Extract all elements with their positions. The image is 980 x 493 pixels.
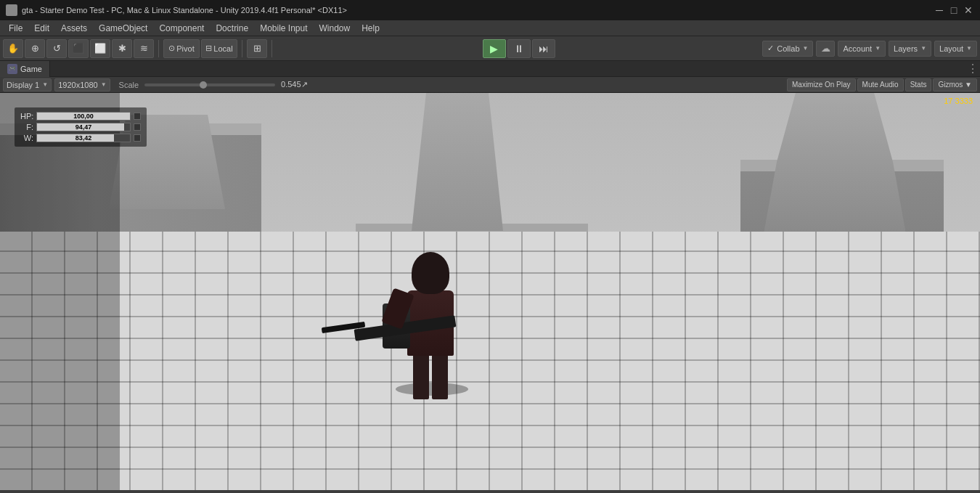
pause-button[interactable]: ⏸ — [507, 39, 531, 58]
separator-3 — [271, 40, 272, 57]
resolution-select[interactable]: 1920x1080 ▼ — [54, 78, 110, 91]
scale-thumb — [200, 81, 207, 89]
display-select[interactable]: Display 1 ▼ — [3, 78, 52, 91]
toolbar-right: ✓ Collab ▼ ☁ Account ▼ Layers ▼ Layout ▼ — [762, 41, 977, 57]
pivot-button[interactable]: ⊙ Pivot — [163, 39, 200, 58]
transform-tool-button[interactable]: ✱ — [112, 39, 132, 58]
menu-file[interactable]: File — [3, 20, 28, 36]
menu-gameobject[interactable]: GameObject — [93, 20, 153, 36]
title-bar-controls[interactable]: ─ □ ✕ — [934, 4, 974, 16]
account-dropdown[interactable]: Account ▼ — [838, 41, 886, 57]
layout-label: Layout — [939, 44, 963, 53]
floor-grid — [0, 232, 980, 490]
account-label: Account — [843, 44, 872, 53]
hud-hp-label: HP: — [20, 112, 33, 121]
hud-water-row: W: 83,42 — [20, 134, 141, 142]
scale-tool-button[interactable]: ⬛ — [68, 39, 89, 58]
game-toolbar: Display 1 ▼ 1920x1080 ▼ Scale 0.545↗ Max… — [0, 77, 980, 93]
move-tool-button[interactable]: ⊕ — [25, 39, 45, 58]
menu-edit[interactable]: Edit — [28, 20, 55, 36]
step-button[interactable]: ⏭ — [532, 39, 555, 58]
local-text: Local — [213, 44, 232, 53]
hud-hp-indicator — [134, 113, 141, 120]
custom-tool-button[interactable]: ≋ — [134, 39, 154, 58]
mute-audio-button[interactable]: Mute Audio — [857, 78, 904, 91]
menu-assets[interactable]: Assets — [55, 20, 93, 36]
playmode-controls: ▶ ⏸ ⏭ — [277, 39, 761, 58]
fps-value: 17 3333 — [944, 97, 973, 105]
game-buttons-right: Maximize On Play Mute Audio Stats Gizmos… — [787, 78, 977, 91]
menu-help[interactable]: Help — [356, 20, 385, 36]
hud-fuel-indicator — [134, 123, 141, 131]
menu-component[interactable]: Component — [153, 20, 210, 36]
left-shadow — [0, 93, 120, 490]
rotate-tool-button[interactable]: ↺ — [46, 39, 67, 58]
hud-water-bar: 83,42 — [36, 134, 131, 142]
display-arrow-icon: ▼ — [42, 81, 48, 88]
hud-water-indicator — [134, 134, 141, 142]
scale-slider[interactable] — [144, 83, 275, 86]
menu-mobile-input[interactable]: Mobile Input — [254, 20, 313, 36]
tab-options-button[interactable]: ⋮ — [965, 62, 980, 76]
stats-button[interactable]: Stats — [905, 78, 932, 91]
title-bar-text: gta - Starter Demo Test - PC, Mac & Linu… — [22, 6, 347, 15]
close-button[interactable]: ✕ — [963, 4, 974, 16]
rect-tool-button[interactable]: ⬜ — [90, 39, 110, 58]
hud-hp-value: 100,00 — [37, 113, 130, 120]
hud-water-value: 83,42 — [37, 134, 130, 142]
layers-label: Layers — [894, 44, 918, 53]
separator-1 — [158, 40, 159, 57]
hud-overlay: HP: 100,00 F: 94,47 W: 83,42 — [15, 107, 147, 147]
game-tab[interactable]: 🎮 Game — [0, 61, 50, 77]
menu-bar: File Edit Assets GameObject Component Do… — [0, 20, 980, 36]
pivot-label: ⊙ — [168, 44, 175, 53]
resolution-label: 1920x1080 — [58, 81, 97, 89]
cloud-button[interactable]: ☁ — [816, 41, 835, 57]
menu-doctrine[interactable]: Doctrine — [210, 20, 254, 36]
toolbar: ✋ ⊕ ↺ ⬛ ⬜ ✱ ≋ ⊙ Pivot ⊟ Local ⊞ ▶ ⏸ ⏭ ✓ … — [0, 36, 980, 61]
collab-label: Collab — [777, 44, 799, 53]
title-bar: gta - Starter Demo Test - PC, Mac & Linu… — [0, 0, 980, 20]
player-head — [412, 252, 449, 294]
hud-hp-row: HP: 100,00 — [20, 112, 141, 121]
layout-arrow-icon: ▼ — [966, 45, 972, 52]
game-tab-icon: 🎮 — [7, 64, 17, 74]
game-viewport: HP: 100,00 F: 94,47 W: 83,42 — [0, 93, 980, 490]
collab-check-icon: ✓ — [767, 44, 774, 53]
hud-fuel-label: F: — [20, 123, 33, 131]
hand-tool-button[interactable]: ✋ — [3, 39, 23, 58]
maximize-button[interactable]: □ — [948, 4, 960, 16]
scale-label: Scale — [119, 81, 139, 89]
display-label: Display 1 — [7, 81, 39, 89]
local-icon: ⊟ — [205, 44, 212, 53]
layers-arrow-icon: ▼ — [920, 45, 926, 52]
local-button[interactable]: ⊟ Local — [201, 39, 237, 58]
collab-button[interactable]: ✓ Collab ▼ — [762, 41, 813, 57]
pivot-text: Pivot — [176, 44, 194, 53]
hud-fuel-bar: 94,47 — [36, 123, 131, 131]
resolution-arrow-icon: ▼ — [101, 81, 107, 88]
separator-2 — [242, 40, 242, 57]
layers-dropdown[interactable]: Layers ▼ — [889, 41, 931, 57]
scale-value: 0.545↗ — [281, 80, 308, 89]
minimize-button[interactable]: ─ — [934, 4, 945, 16]
unity-icon — [6, 4, 17, 16]
gizmos-button[interactable]: Gizmos ▼ — [933, 78, 977, 91]
fps-counter: 17 3333 — [944, 97, 973, 105]
terrain-button[interactable]: ⊞ — [247, 39, 267, 58]
menu-window[interactable]: Window — [314, 20, 356, 36]
maximize-on-play-button[interactable]: Maximize On Play — [787, 78, 856, 91]
hud-fuel-row: F: 94,47 — [20, 123, 141, 131]
hud-hp-bar: 100,00 — [36, 112, 131, 121]
scene-canvas: HP: 100,00 F: 94,47 W: 83,42 — [0, 93, 980, 490]
play-button[interactable]: ▶ — [483, 39, 506, 58]
tab-bar: 🎮 Game ⋮ — [0, 61, 980, 77]
collab-arrow-icon: ▼ — [803, 45, 809, 52]
layout-dropdown[interactable]: Layout ▼ — [934, 41, 977, 57]
game-tab-label: Game — [20, 65, 42, 73]
title-bar-left: gta - Starter Demo Test - PC, Mac & Linu… — [6, 4, 347, 16]
hud-water-label: W: — [20, 134, 33, 142]
account-arrow-icon: ▼ — [875, 45, 881, 52]
hud-fuel-value: 94,47 — [37, 123, 130, 131]
